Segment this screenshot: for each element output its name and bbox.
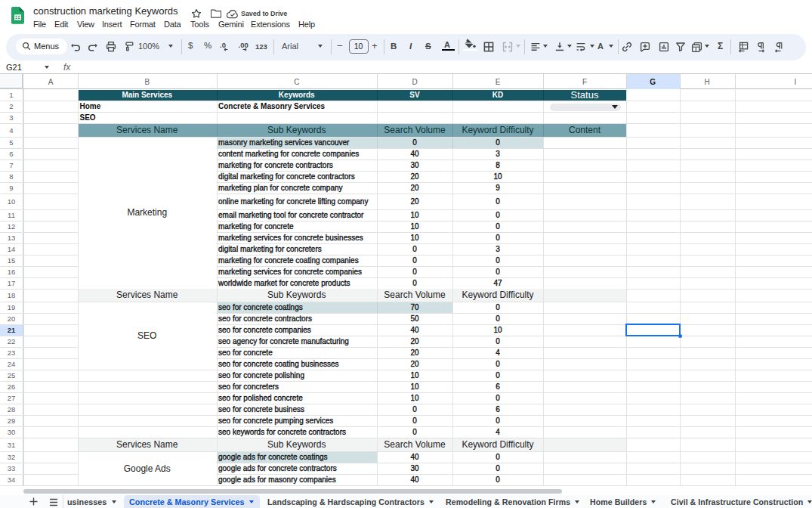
svg-text:.0: .0 bbox=[220, 41, 226, 49]
svg-text:.00: .00 bbox=[239, 41, 249, 49]
